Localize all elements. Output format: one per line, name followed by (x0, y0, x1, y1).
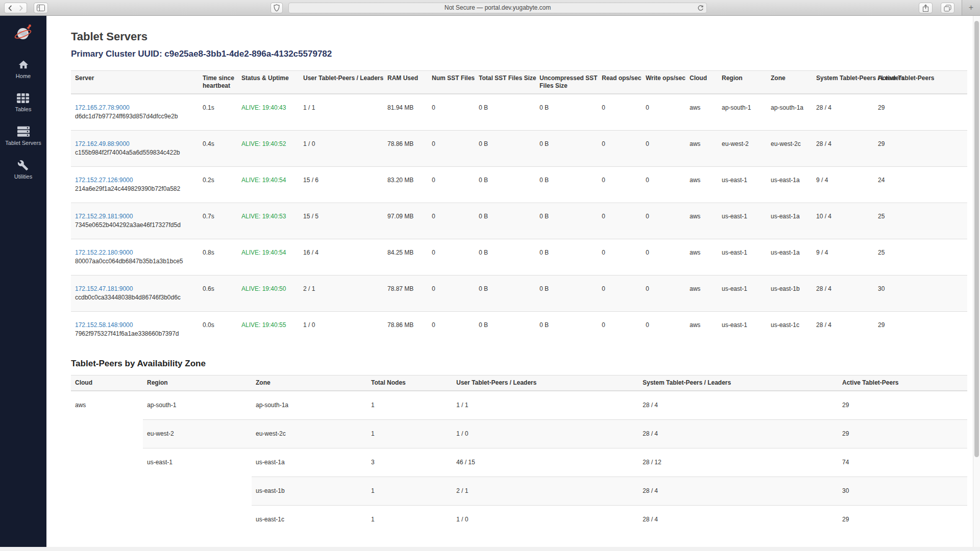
server-address-link[interactable]: 172.152.47.181:9000 (75, 285, 133, 292)
num-sst-cell: 0 (428, 167, 475, 203)
scrollbar-thumb[interactable] (974, 21, 979, 457)
system-peers-cell: 9 / 4 (812, 167, 874, 203)
server-cell: 172.165.27.78:9000d6dc1d7b97724ff693d857… (71, 94, 199, 131)
zone-cell: us-east-1a (767, 239, 812, 276)
az-cell: 1 (367, 477, 452, 506)
browser-back-button[interactable] (4, 3, 16, 13)
server-uuid: 7962f975327f41f6a1ae338660b7397d (75, 330, 194, 338)
vertical-scrollbar[interactable] (973, 16, 980, 547)
active-peers-cell: 24 (874, 167, 967, 203)
az-cell: 29 (838, 391, 967, 420)
tabs-icon (944, 5, 951, 12)
server-uuid: 80007aa0cc064db6847b35b1a3b1bce5 (75, 257, 194, 266)
az-cell: 29 (838, 420, 967, 448)
user-peers-cell: 15 / 6 (299, 167, 383, 203)
user-peers-cell: 16 / 4 (299, 239, 383, 276)
server-uuid: d6dc1d7b97724ff693d857d4dfcc9e2b (75, 112, 194, 121)
home-icon (17, 59, 30, 70)
read-ops-cell: 0 (598, 239, 642, 276)
column-header: Zone (252, 375, 367, 391)
reload-icon (697, 5, 704, 12)
reload-button[interactable] (697, 5, 704, 14)
heartbeat-cell: 0.4s (199, 131, 237, 167)
read-ops-cell: 0 (598, 131, 642, 167)
az-cell: 1 / 0 (452, 506, 639, 534)
cloud-cell: aws (685, 203, 718, 239)
az-cell: 1 (367, 391, 452, 420)
cloud-cell: aws (685, 239, 718, 276)
server-address-link[interactable]: 172.152.22.180:9000 (75, 249, 133, 256)
sidebar-item-tables[interactable]: Tables (15, 93, 32, 112)
new-tab-button[interactable]: + (962, 0, 980, 15)
column-header: System Tablet-Peers / Leaders (639, 375, 838, 391)
tab-overview-button[interactable] (941, 3, 954, 13)
column-header: Num SST Files (428, 71, 475, 94)
server-cell: 172.152.58.148:90007962f975327f41f6a1ae3… (71, 312, 199, 348)
write-ops-cell: 0 (642, 167, 685, 203)
zone-cell: us-east-1c (767, 312, 812, 348)
server-cell: 172.152.22.180:900080007aa0cc064db6847b3… (71, 239, 199, 276)
column-header: Region (718, 71, 767, 94)
system-peers-cell: 28 / 4 (812, 276, 874, 312)
ram-cell: 84.25 MB (383, 239, 428, 276)
server-address-link[interactable]: 172.165.27.78:9000 (75, 104, 130, 111)
num-sst-cell: 0 (428, 276, 475, 312)
server-cell: 172.152.29.181:90007345e0652b404292a3ae4… (71, 203, 199, 239)
column-header: Status & Uptime (237, 71, 299, 94)
uncompressed-sst-cell: 0 B (535, 276, 598, 312)
zone-cell: us-east-1a (767, 167, 812, 203)
az-cell: 2 / 1 (452, 477, 639, 506)
server-address-link[interactable]: 172.152.27.126:9000 (75, 177, 133, 184)
column-header: Cloud (685, 71, 718, 94)
az-cell: us-east-1 (143, 448, 252, 534)
total-sst-cell: 0 B (475, 203, 535, 239)
sidebar-item-label: Tables (15, 106, 32, 112)
num-sst-cell: 0 (428, 203, 475, 239)
cloud-cell: aws (685, 94, 718, 131)
num-sst-cell: 0 (428, 94, 475, 131)
server-address-link[interactable]: 172.152.29.181:9000 (75, 213, 133, 220)
ram-cell: 78.86 MB (383, 312, 428, 348)
column-header: Zone (767, 71, 812, 94)
az-row: us-east-1us-east-1a346 / 1528 / 1274 (71, 448, 967, 477)
tables-grid-icon (16, 93, 30, 104)
total-sst-cell: 0 B (475, 131, 535, 167)
total-sst-cell: 0 B (475, 94, 535, 131)
server-address-link[interactable]: 172.162.49.88:9000 (75, 140, 130, 147)
zone-cell: us-east-1b (767, 276, 812, 312)
az-cell: ap-south-1a (252, 391, 367, 420)
column-header: Active Tablet-Peers (874, 71, 967, 94)
address-bar[interactable]: Not Secure — portal.dev.yugabyte.com (288, 3, 707, 13)
share-button[interactable] (919, 3, 933, 13)
chevron-right-icon (19, 5, 23, 11)
browser-forward-button[interactable] (15, 3, 27, 13)
server-address-link[interactable]: 172.152.58.148:9000 (75, 321, 133, 329)
sidebar-item-utilities[interactable]: Utilities (14, 160, 32, 180)
az-cell: 74 (838, 448, 967, 477)
column-header: Region (143, 375, 252, 391)
tserver-row: 172.152.58.148:90007962f975327f41f6a1ae3… (71, 312, 967, 348)
column-header: Time since heartbeat (199, 71, 237, 94)
ram-cell: 78.87 MB (383, 276, 428, 312)
column-header: Server (71, 71, 199, 94)
ram-cell: 81.94 MB (383, 94, 428, 131)
total-sst-cell: 0 B (475, 312, 535, 348)
az-row: awsap-south-1ap-south-1a11 / 128 / 429 (71, 391, 967, 420)
heartbeat-cell: 0.8s (199, 239, 237, 276)
sidebar-item-label: Tablet Servers (5, 140, 41, 146)
num-sst-cell: 0 (428, 239, 475, 276)
server-uuid: 7345e0652b404292a3ae46f17327fd5d (75, 221, 194, 230)
sidebar-item-home[interactable]: Home (16, 59, 31, 79)
region-cell: us-east-1 (718, 203, 767, 239)
heartbeat-cell: 0.2s (199, 167, 237, 203)
active-peers-cell: 29 (874, 312, 967, 348)
uncompressed-sst-cell: 0 B (535, 167, 598, 203)
ram-cell: 97.09 MB (383, 203, 428, 239)
ram-cell: 83.20 MB (383, 167, 428, 203)
sidebar-item-tablet-servers[interactable]: Tablet Servers (5, 126, 41, 146)
az-cell: eu-west-2 (143, 420, 252, 448)
privacy-shield-button[interactable] (271, 3, 283, 13)
sidebar-toggle-button[interactable] (34, 3, 48, 13)
write-ops-cell: 0 (642, 312, 685, 348)
read-ops-cell: 0 (598, 203, 642, 239)
